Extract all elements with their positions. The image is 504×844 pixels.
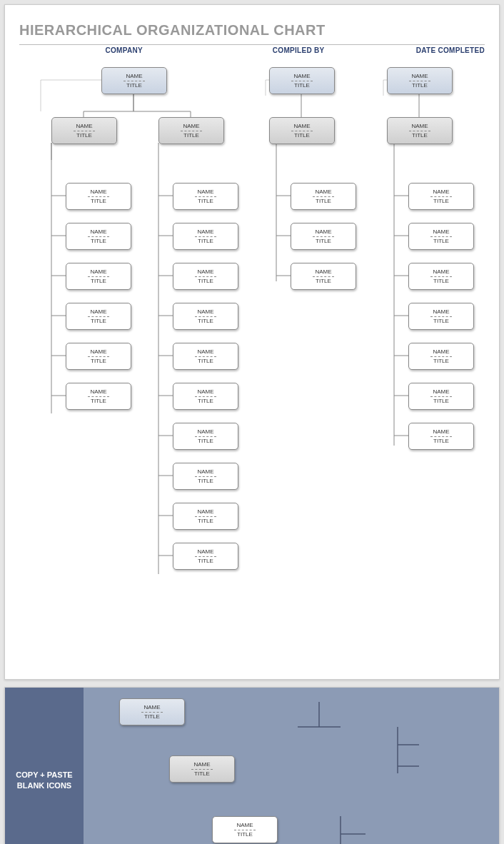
org-node[interactable]: NAMETITLE [173, 343, 238, 370]
org-node[interactable]: NAMETITLE [291, 263, 356, 290]
org-node[interactable]: NAMETITLE [173, 463, 238, 490]
org-node[interactable]: NAMETITLE [408, 263, 474, 290]
org-node[interactable]: NAMETITLE [51, 117, 117, 144]
blank-node-blue[interactable]: NAMETITLE [119, 698, 185, 725]
org-node[interactable]: NAMETITLE [173, 543, 238, 570]
org-node[interactable]: NAMETITLE [173, 183, 238, 210]
org-node[interactable]: NAMETITLE [173, 263, 238, 290]
org-node[interactable]: NAMETITLE [173, 423, 238, 450]
header-date: DATE COMPLETED [368, 46, 489, 54]
node-title: TITLE [102, 82, 166, 89]
org-node[interactable]: NAMETITLE [408, 343, 474, 370]
org-node[interactable]: NAMETITLE [66, 343, 131, 370]
org-node[interactable]: NAMETITLE [66, 183, 131, 210]
header-company: COMPANY [19, 46, 228, 54]
org-node[interactable]: NAMETITLE [408, 223, 474, 250]
org-node[interactable]: NAMETITLE [387, 67, 453, 94]
org-node[interactable]: NAMETITLE [408, 383, 474, 410]
org-node[interactable]: NAMETITLE [66, 223, 131, 250]
copy-paste-label: COPY + PASTE BLANK ICONS [5, 688, 84, 844]
org-node[interactable]: NAMETITLE [408, 183, 474, 210]
header-row: COMPANY COMPILED BY DATE COMPLETED [19, 44, 485, 54]
org-node[interactable]: NAMETITLE [66, 263, 131, 290]
org-node[interactable]: NAMETITLE [387, 117, 453, 144]
org-node[interactable]: NAMETITLE [291, 183, 356, 210]
blank-node-grey[interactable]: NAMETITLE [169, 755, 235, 783]
header-compiled-by: COMPILED BY [228, 46, 368, 54]
node-separator [124, 81, 145, 81]
page-title: HIERARCHICAL ORGANIZATIONAL CHART [19, 22, 485, 39]
chart-canvas: NAME TITLE NAMETITLE NAMETITLE NAMETITLE… [19, 67, 485, 631]
blank-node-white[interactable]: NAMETITLE [212, 816, 278, 843]
org-node[interactable]: NAMETITLE [173, 223, 238, 250]
node-name: NAME [102, 73, 166, 80]
org-node[interactable]: NAMETITLE [408, 423, 474, 450]
org-node[interactable]: NAMETITLE [173, 503, 238, 530]
org-node[interactable]: NAMETITLE [158, 117, 224, 144]
org-node[interactable]: NAMETITLE [291, 223, 356, 250]
blank-icons-sheet: COPY + PASTE BLANK ICONS NAMETITLE NAMET… [4, 687, 500, 844]
org-chart-sheet: HIERARCHICAL ORGANIZATIONAL CHART COMPAN… [4, 4, 500, 680]
org-node[interactable]: NAMETITLE [173, 383, 238, 410]
org-node[interactable]: NAMETITLE [269, 67, 335, 94]
blank-icons-canvas: NAMETITLE NAMETITLE NAMETITLE [84, 688, 499, 844]
org-node[interactable]: NAMETITLE [269, 117, 335, 144]
org-node[interactable]: NAMETITLE [66, 383, 131, 410]
org-node[interactable]: NAMETITLE [173, 303, 238, 330]
org-node[interactable]: NAME TITLE [101, 67, 167, 94]
org-node[interactable]: NAMETITLE [66, 303, 131, 330]
org-node[interactable]: NAMETITLE [408, 303, 474, 330]
